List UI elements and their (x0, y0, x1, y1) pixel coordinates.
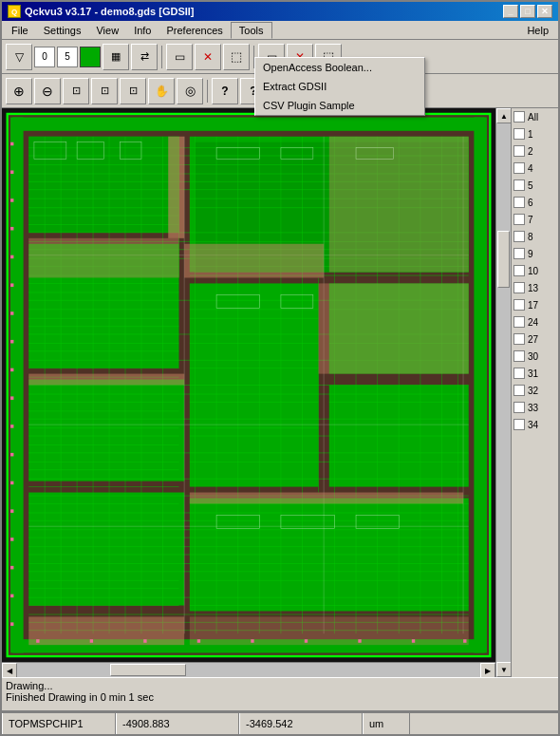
layer-item-4[interactable]: 4 (512, 160, 558, 177)
layer-item-2[interactable]: 2 (512, 142, 558, 160)
h-scroll-thumb[interactable] (110, 664, 186, 676)
layer-item-24[interactable]: 24 (512, 313, 558, 330)
x-icon-1: ✕ (203, 50, 213, 64)
layer-panel: All 1 2 4 (511, 108, 558, 677)
layer-item-1[interactable]: 1 (512, 125, 558, 142)
zoom-in-icon (13, 84, 25, 99)
menu-preferences[interactable]: Preferences (159, 23, 231, 38)
unit-value: um (369, 718, 383, 729)
layer-item-17[interactable]: 17 (512, 296, 558, 313)
layer-checkbox-2[interactable] (513, 145, 525, 157)
svg-rect-127 (28, 374, 184, 386)
scroll-left-button[interactable]: ◀ (2, 663, 17, 677)
layer-label-4: 4 (528, 163, 533, 174)
scroll-right-button[interactable]: ▶ (480, 663, 495, 677)
layer-item-6[interactable]: 6 (512, 194, 558, 211)
layer-item-13[interactable]: 13 (512, 279, 558, 296)
zoom-in-button[interactable] (6, 78, 32, 104)
rect-icon: ▭ (175, 50, 185, 64)
layer-checkbox-30[interactable] (513, 350, 525, 362)
layer-list[interactable]: All 1 2 4 (512, 108, 558, 677)
scroll-up-button[interactable]: ▲ (496, 108, 512, 123)
layer-checkbox-9[interactable] (513, 248, 525, 259)
layer-item-32[interactable]: 32 (512, 382, 558, 399)
layer-checkbox-17[interactable] (513, 299, 525, 311)
layer-checkbox-1[interactable] (513, 128, 525, 140)
layer-item-5[interactable]: 5 (512, 177, 558, 194)
layer-label-9: 9 (528, 249, 533, 259)
layer-item-9[interactable]: 9 (512, 245, 558, 262)
layer-item-33[interactable]: 33 (512, 399, 558, 416)
menu-view[interactable]: View (88, 23, 126, 38)
menu-bar: File Settings View Info Preferences Tool… (2, 21, 558, 40)
menu-help[interactable]: Help (519, 23, 556, 38)
layer-item-7[interactable]: 7 (512, 211, 558, 228)
layer-checkbox-31[interactable] (513, 368, 525, 379)
menu-file[interactable]: File (4, 23, 36, 38)
menu-info[interactable]: Info (126, 23, 159, 38)
layer-item-all[interactable]: All (512, 108, 558, 125)
dotted-rect-1[interactable]: ⬚ (223, 44, 250, 70)
layer-label-10: 10 (528, 266, 538, 276)
layer-item-8[interactable]: 8 (512, 228, 558, 245)
layer-item-27[interactable]: 27 (512, 330, 558, 348)
layer-label-1: 1 (528, 129, 533, 140)
maximize-button[interactable]: □ (520, 5, 535, 18)
layer-item-31[interactable]: 31 (512, 365, 558, 382)
layer-num-1[interactable]: 0 (34, 47, 55, 67)
layer-checkbox-all[interactable] (513, 111, 525, 123)
layer-num-2[interactable]: 5 (57, 47, 78, 67)
svg-rect-142 (10, 425, 13, 428)
layer-label-all: All (528, 112, 538, 123)
layer-checkbox-34[interactable] (513, 419, 525, 430)
layer-item-34[interactable]: 34 (512, 416, 558, 433)
help-btn-1[interactable]: ? (212, 78, 238, 104)
minimize-button[interactable]: _ (503, 5, 518, 18)
color-swatch[interactable] (80, 47, 101, 67)
layer-checkbox-5[interactable] (513, 179, 525, 191)
pan-tool[interactable]: ✋ (148, 78, 175, 104)
menu-settings[interactable]: Settings (36, 23, 89, 38)
dropdown-item-extract[interactable]: Extract GDSII (255, 77, 424, 96)
svg-rect-153 (197, 639, 200, 643)
layer-checkbox-33[interactable] (513, 402, 525, 413)
layer-checkbox-24[interactable] (513, 316, 525, 328)
svg-rect-149 (10, 622, 13, 626)
move-button[interactable]: ⇄ (131, 44, 158, 70)
layer-item-10[interactable]: 10 (512, 262, 558, 279)
layer-checkbox-10[interactable] (513, 265, 525, 276)
x-mark-1[interactable]: ✕ (195, 44, 221, 70)
layer-item-30[interactable]: 30 (512, 348, 558, 365)
svg-rect-133 (10, 170, 13, 174)
left-arrow-icon: ◀ (7, 667, 12, 675)
v-scroll-thumb[interactable] (497, 231, 510, 288)
zoom-out-button[interactable] (34, 78, 61, 104)
layer-label-32: 32 (528, 386, 538, 396)
h-scroll-track[interactable] (17, 663, 480, 677)
layer-checkbox-32[interactable] (513, 385, 525, 396)
bottom-bar: TOPMSPCHIP1 -4908.883 -3469.542 um (2, 711, 558, 734)
zoom-fit-2[interactable]: ⊡ (91, 78, 118, 104)
close-button[interactable]: ✕ (537, 5, 552, 18)
layer-checkbox-6[interactable] (513, 197, 525, 208)
layer-checkbox-4[interactable] (513, 162, 525, 174)
scroll-down-button[interactable]: ▼ (496, 662, 512, 677)
filter-button[interactable] (6, 44, 32, 70)
layers-button[interactable]: ▦ (103, 44, 129, 70)
layer-checkbox-7[interactable] (513, 214, 525, 225)
chip-canvas[interactable] (2, 108, 495, 662)
dropdown-item-openaccess[interactable]: OpenAccess Boolean... (255, 58, 424, 77)
rect-tool[interactable]: ▭ (166, 44, 193, 70)
zoom-fit-1[interactable]: ⊡ (63, 78, 89, 104)
layer-checkbox-27[interactable] (513, 333, 525, 345)
svg-rect-132 (10, 142, 13, 146)
v-scroll-track[interactable] (496, 123, 511, 662)
title-controls: _ □ ✕ (503, 5, 552, 18)
layer-checkbox-8[interactable] (513, 231, 525, 242)
layer-checkbox-13[interactable] (513, 282, 525, 293)
dropdown-item-csv[interactable]: CSV Plugin Sample (255, 96, 424, 115)
menu-tools[interactable]: Tools (231, 22, 272, 39)
zoom-fit-3[interactable]: ⊡ (120, 78, 146, 104)
target-tool[interactable]: ◎ (177, 78, 203, 104)
svg-rect-152 (143, 639, 146, 643)
